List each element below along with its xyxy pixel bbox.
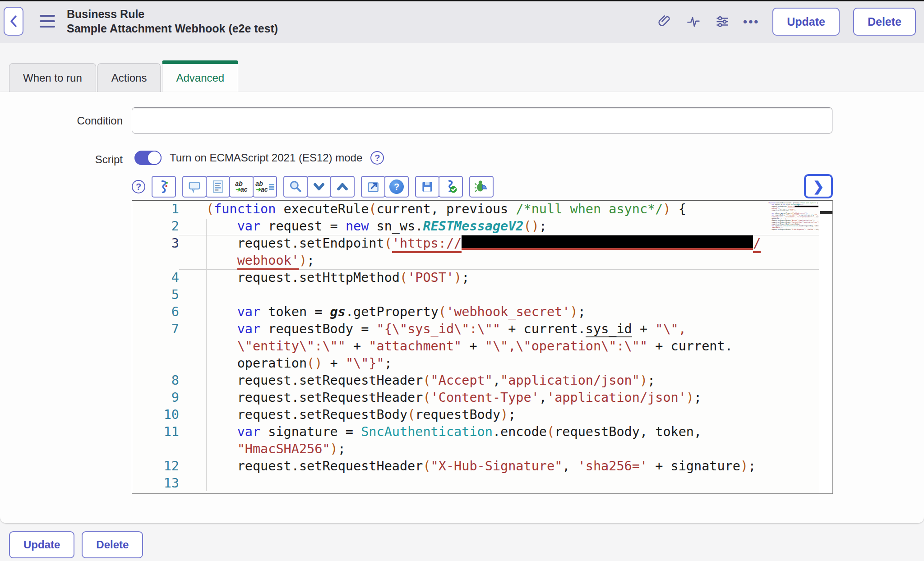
find-previous-icon[interactable] [330,176,355,198]
toggle-knob [147,151,162,165]
editor-scrollbar[interactable] [820,201,832,493]
replace-icon[interactable]: ab➔ac [229,176,254,198]
editor-help-icon[interactable]: ? [132,180,145,193]
es-mode-label: Turn on ECMAScript 2021 (ES12) mode [170,152,362,164]
record-title-block: Business Rule Sample Attachment Webhook … [67,7,278,36]
condition-label: Condition [0,115,123,127]
footer-delete-button[interactable]: Delete [82,531,143,558]
page-title: Business Rule [67,7,278,21]
syntax-check-icon[interactable] [439,176,463,198]
comment-icon[interactable] [182,176,207,198]
script-editor[interactable]: 1(function executeRule(current, previous… [132,200,833,494]
footer-actions: Update Delete [9,531,143,558]
find-next-icon[interactable] [307,176,331,198]
advanced-tab-panel: Condition Script Turn on ECMAScript 2021… [0,92,924,523]
es-mode-toggle[interactable] [134,151,162,165]
code-rows[interactable]: 1(function executeRule(current, previous… [132,201,832,492]
footer-update-button[interactable]: Update [9,531,74,558]
page: Business Rule Sample Attachment Webhook … [0,0,924,561]
scrollbar-marker [820,211,832,214]
update-button[interactable]: Update [772,8,840,36]
more-icon[interactable]: ••• [744,14,759,29]
es-mode-help-icon[interactable]: ? [370,151,384,165]
script-label: Script [0,153,123,166]
back-button[interactable] [4,7,23,36]
record-header: Business Rule Sample Attachment Webhook … [0,1,924,43]
open-window-icon[interactable] [361,176,385,198]
form-tabs: When to run Actions Advanced [9,60,238,92]
context-menu-icon[interactable] [40,15,55,28]
replace-all-icon[interactable]: ab➔ac [253,176,277,198]
api-help-icon[interactable]: ? [384,176,409,198]
tab-when-to-run[interactable]: When to run [9,63,96,92]
delete-button[interactable]: Delete [853,8,916,36]
expand-editor-icon[interactable]: ❯ [804,174,833,198]
attachment-icon[interactable] [657,14,672,29]
header-actions: ••• Update Delete [657,8,916,36]
tab-advanced[interactable]: Advanced [162,60,238,92]
condition-input[interactable] [132,107,832,133]
activity-icon[interactable] [686,14,701,29]
record-name: Sample Attachment Webhook (e2e test) [67,21,278,36]
chevron-left-icon [9,14,18,28]
debug-icon[interactable] [469,176,494,198]
format-code-icon[interactable] [206,176,230,198]
save-icon[interactable] [415,176,439,198]
script-editor-toolbar: ? [132,175,494,198]
editor-minimap[interactable]: 1(function executeRule(current, previous… [767,202,818,235]
es-mode-row: Turn on ECMAScript 2021 (ES12) mode ? [134,149,384,167]
macro-icon[interactable] [152,176,176,198]
search-icon[interactable] [283,176,308,198]
filter-icon[interactable] [715,14,730,29]
tab-actions[interactable]: Actions [97,63,161,92]
